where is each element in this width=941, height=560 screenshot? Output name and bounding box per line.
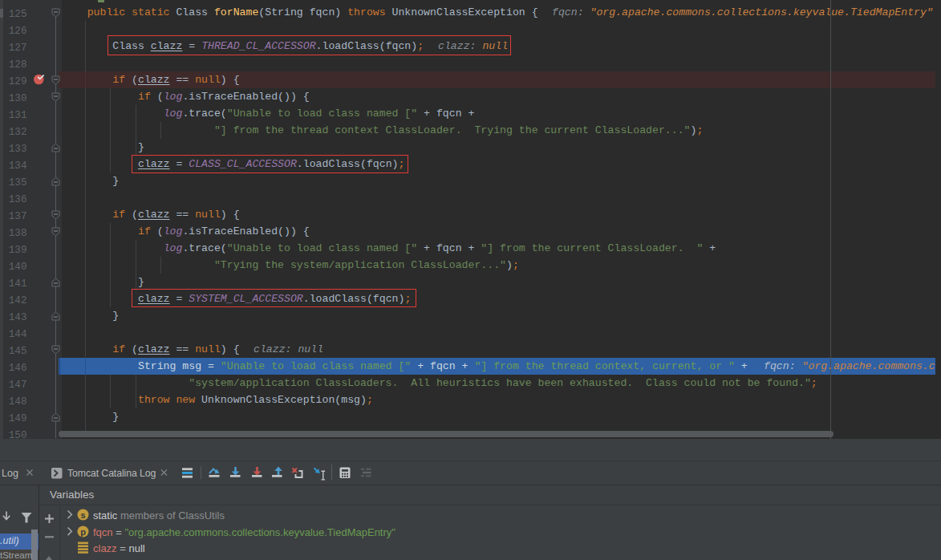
svg-text:s: s — [80, 510, 85, 520]
svg-text:p: p — [80, 527, 86, 537]
